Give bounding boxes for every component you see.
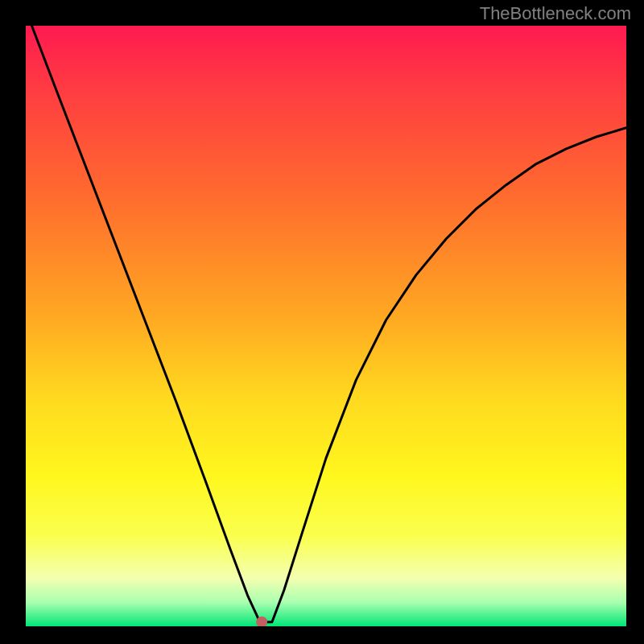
chart-frame: TheBottleneck.com (0, 0, 644, 644)
bottleneck-curve (32, 26, 627, 622)
plot-area (26, 26, 626, 626)
watermark-text: TheBottleneck.com (480, 3, 631, 24)
plot-svg (26, 26, 626, 626)
